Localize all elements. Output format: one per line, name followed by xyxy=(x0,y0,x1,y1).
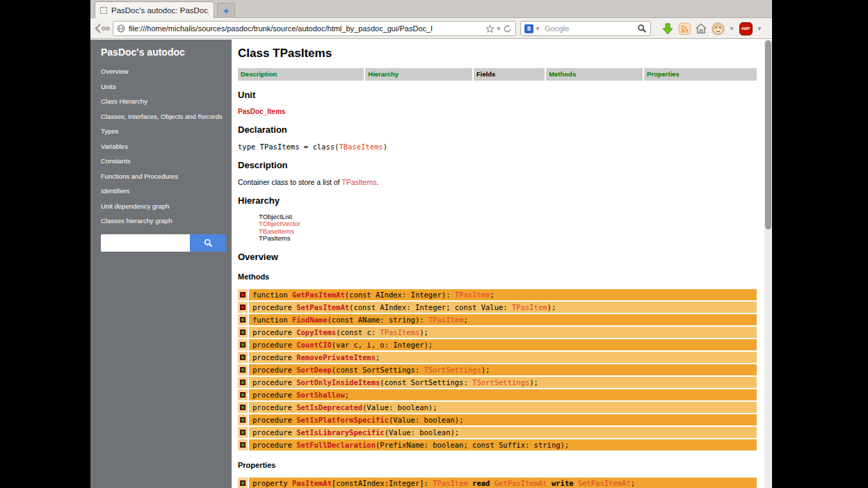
search-placeholder[interactable]: Google xyxy=(545,24,637,33)
identifier-link[interactable]: RemovePrivateItems xyxy=(296,353,376,361)
globe-icon xyxy=(117,24,125,33)
sidebar-item-classes-interfaces-objects-and-records[interactable]: Classes, Interfaces, Objects and Records xyxy=(101,113,232,120)
url-text[interactable]: file:///home/michalis/sources/pasdoc/tru… xyxy=(129,24,485,33)
search-bar[interactable]: 8 ▼ Google xyxy=(520,21,651,36)
section-tab-description[interactable]: Description xyxy=(238,68,364,81)
section-tab-fields: Fields xyxy=(474,68,545,81)
sidebar-item-classes-hierarchy-graph[interactable]: Classes hierarchy graph xyxy=(101,217,232,225)
adblock-dropdown-chevron-icon[interactable]: ▼ xyxy=(755,21,764,36)
type-link[interactable]: SetPasItemAt xyxy=(578,479,631,487)
identifier-link[interactable]: SetIsPlatformSpecific xyxy=(296,416,389,424)
method-row: procedure CopyItems(const c: TPasItems); xyxy=(238,327,757,338)
section-tab-properties[interactable]: Properties xyxy=(644,68,757,81)
google-engine-icon[interactable]: 8 xyxy=(524,24,533,33)
signature-code: function FindName(const AName: string): … xyxy=(249,314,757,325)
code-text: function xyxy=(252,291,292,299)
signature-code: procedure SortDeep(const SortSettings: T… xyxy=(249,364,757,375)
rss-feed-icon[interactable] xyxy=(676,21,693,36)
type-link[interactable]: TPasItems xyxy=(380,328,419,336)
url-dropdown-chevron-icon[interactable]: ▼ xyxy=(496,26,501,32)
public-visibility-icon xyxy=(238,478,248,488)
public-marker-icon xyxy=(240,480,246,486)
type-link[interactable]: TPasItems xyxy=(341,178,376,186)
type-link[interactable]: GetPasItemAt xyxy=(495,479,547,487)
identifier-link[interactable]: SetPasItemAt xyxy=(296,303,349,311)
back-button[interactable] xyxy=(92,20,111,37)
method-row: function FindName(const AName: string): … xyxy=(238,314,757,325)
type-link[interactable]: TSortSettings xyxy=(424,366,481,374)
signature-code: function GetPasItemAt(const AIndex: Inte… xyxy=(249,289,757,300)
identifier-link[interactable]: SortDeep xyxy=(296,366,332,374)
type-link[interactable]: TPasItem xyxy=(455,291,490,299)
sidebar-item-identifiers[interactable]: Identifiers xyxy=(101,187,232,195)
tab-pasdoc-autodoc[interactable]: PasDoc's autodoc: PasDoc_I... xyxy=(95,1,214,18)
identifier-link[interactable]: SortOnlyInsideItems xyxy=(296,378,380,387)
identifier-link[interactable]: GetPasItemAt xyxy=(292,291,345,299)
reload-icon[interactable] xyxy=(503,24,512,33)
sidebar-item-functions-and-procedures[interactable]: Functions and Procedures xyxy=(101,172,232,180)
public-marker-icon xyxy=(240,405,246,410)
code-text: . xyxy=(376,178,378,186)
identifier-link[interactable]: SetIsDeprecated xyxy=(296,403,362,412)
identifier-link[interactable]: SetIsLibrarySpecific xyxy=(296,428,384,437)
identifier-link[interactable]: SortShallow xyxy=(296,391,345,399)
sidebar-item-variables[interactable]: Variables xyxy=(101,143,232,150)
identifier-link[interactable]: FindName xyxy=(292,316,328,324)
code-text: (const AIndex: Integer; const Value: xyxy=(349,303,512,311)
addon-dropdown-chevron-icon[interactable]: ▼ xyxy=(728,21,736,36)
page-scrollbar[interactable] xyxy=(764,40,772,488)
code-text: (var c, i, o: Integer); xyxy=(332,341,433,349)
type-link[interactable]: TPasItem xyxy=(512,303,547,311)
engine-dropdown-chevron-icon[interactable]: ▼ xyxy=(535,26,540,32)
public-marker-icon xyxy=(240,442,246,448)
sidebar-search-input[interactable] xyxy=(101,234,190,252)
code-text: (const SortSettings: xyxy=(380,378,472,387)
download-icon[interactable] xyxy=(659,21,676,36)
code-text: type TPasItems = class( xyxy=(238,143,339,151)
identifier-link[interactable]: SetFullDeclaration xyxy=(296,441,376,449)
type-link[interactable]: TBaseItems xyxy=(339,143,383,151)
public-visibility-icon xyxy=(238,352,248,363)
identifier-link[interactable]: CopyItems xyxy=(296,328,336,336)
new-tab-button[interactable]: + xyxy=(217,3,235,18)
home-icon[interactable] xyxy=(693,21,709,36)
search-magnifier-icon[interactable] xyxy=(637,24,647,33)
method-row: procedure SetFullDeclaration(PrefixName:… xyxy=(238,439,757,450)
sidebar-item-unit-dependency-graph[interactable]: Unit dependency graph xyxy=(101,202,232,210)
public-marker-icon xyxy=(240,430,246,435)
sidebar-search-button[interactable] xyxy=(190,234,226,252)
identifier-link[interactable]: PasItemAt xyxy=(292,479,332,487)
type-link[interactable]: TPasItem xyxy=(428,316,464,324)
code-text: (Value: boolean); xyxy=(389,416,463,424)
code-text: procedure xyxy=(252,391,296,399)
method-row: procedure SetIsPlatformSpecific(Value: b… xyxy=(238,414,757,425)
navigation-toolbar: file:///home/michalis/sources/pasdoc/tru… xyxy=(90,18,772,39)
type-link[interactable]: TPasItem xyxy=(433,479,468,487)
sidebar-nav: OverviewUnitsClass HierarchyClasses, Int… xyxy=(101,67,232,225)
hierarchy-item-tobjectvector[interactable]: TObjectVector xyxy=(259,220,757,227)
public-visibility-icon xyxy=(238,314,248,325)
hierarchy-item-tbaseitems[interactable]: TBaseItems xyxy=(259,228,757,235)
url-bar[interactable]: file:///home/michalis/sources/pasdoc/tru… xyxy=(113,21,516,36)
scrollbar-thumb[interactable] xyxy=(765,40,771,229)
adblock-icon[interactable]: ABP xyxy=(737,21,754,36)
unit-link[interactable]: PasDoc_Items xyxy=(238,108,757,115)
sidebar-item-class-hierarchy[interactable]: Class Hierarchy xyxy=(101,97,232,105)
public-visibility-icon xyxy=(238,439,248,450)
addon-monkey-icon[interactable] xyxy=(709,21,726,36)
type-link[interactable]: TSortSettings xyxy=(472,378,529,387)
protected-marker-icon xyxy=(240,292,246,298)
declaration-heading: Declaration xyxy=(238,124,757,135)
signature-code: procedure SetIsPlatformSpecific(Value: b… xyxy=(249,414,757,425)
section-tab-methods[interactable]: Methods xyxy=(546,68,643,81)
identifier-link[interactable]: CountCIO xyxy=(296,341,332,349)
sidebar: PasDoc's autodoc OverviewUnitsClass Hier… xyxy=(90,40,232,488)
sidebar-item-types[interactable]: Types xyxy=(101,127,232,135)
sidebar-item-constants[interactable]: Constants xyxy=(101,157,232,165)
bookmark-star-icon[interactable] xyxy=(485,24,495,33)
section-tab-hierarchy[interactable]: Hierarchy xyxy=(365,68,472,81)
code-text: procedure xyxy=(252,403,296,412)
code-text: ; xyxy=(376,353,380,361)
sidebar-item-units[interactable]: Units xyxy=(101,83,232,90)
sidebar-item-overview[interactable]: Overview xyxy=(101,67,232,75)
